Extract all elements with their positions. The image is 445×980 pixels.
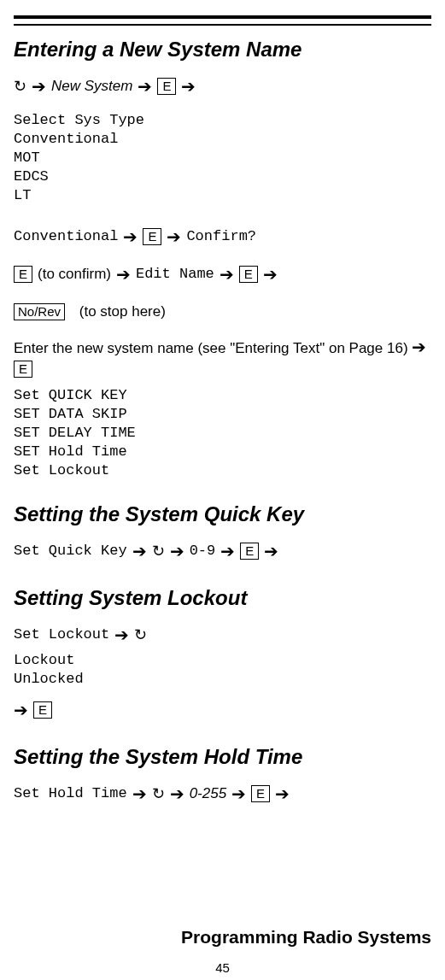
scroll-icon: ↻ — [152, 543, 165, 559]
arrow-icon: ➔ — [264, 538, 278, 564]
set-options-list: Set QUICK KEY SET DATA SKIP SET DELAY TI… — [14, 386, 431, 480]
arrow-icon: ➔ — [181, 73, 196, 99]
heading-hold-time: Setting the System Hold Time — [14, 745, 431, 769]
flow-conventional-confirm: Conventional ➔ E ➔ Confirm? — [14, 224, 431, 249]
set-option-item: Set Lockout — [14, 461, 431, 480]
arrow-icon: ➔ — [170, 781, 184, 807]
arrow-icon: ➔ — [231, 781, 246, 807]
key-e: E — [240, 543, 259, 560]
sys-type-header: Select Sys Type — [14, 111, 431, 130]
heading-quick-key: Setting the System Quick Key — [14, 502, 431, 526]
set-option-item: SET DELAY TIME — [14, 424, 431, 443]
lockout-option-item: Unlocked — [14, 670, 431, 689]
heading-entering-new-system: Entering a New System Name — [14, 38, 431, 62]
label-set-quick-key: Set Quick Key — [14, 542, 127, 560]
label-range-0-255: 0-255 — [190, 781, 226, 807]
set-option-item: Set QUICK KEY — [14, 386, 431, 405]
label-to-confirm: (to confirm) — [38, 261, 111, 287]
arrow-icon: ➔ — [14, 697, 28, 723]
scroll-icon: ↻ — [14, 79, 26, 94]
label-set-hold-time: Set Hold Time — [14, 784, 127, 803]
label-to-stop: (to stop here) — [79, 299, 166, 325]
arrow-icon: ➔ — [412, 337, 426, 357]
arrow-icon: ➔ — [167, 224, 181, 249]
page-number: 45 — [0, 960, 445, 975]
heading-system-lockout: Setting System Lockout — [14, 586, 431, 610]
flow-hold-time: Set Hold Time ➔ ↻ ➔ 0-255 ➔ E ➔ — [14, 781, 431, 807]
label-range-0-9: 0-9 — [190, 542, 216, 560]
key-e: E — [33, 701, 52, 719]
arrow-icon: ➔ — [263, 261, 278, 287]
key-e: E — [14, 266, 32, 283]
scroll-icon: ↻ — [152, 786, 165, 801]
arrow-icon: ➔ — [114, 622, 129, 648]
flow-norev-stop: No/Rev (to stop here) — [14, 299, 431, 325]
label-conventional: Conventional — [14, 227, 118, 246]
label-new-system: New System — [51, 73, 132, 99]
set-option-item: SET DATA SKIP — [14, 405, 431, 424]
label-confirm: Confirm? — [186, 227, 256, 246]
lockout-option-item: Lockout — [14, 651, 431, 670]
flow-quick-key: Set Quick Key ➔ ↻ ➔ 0-9 ➔ E ➔ — [14, 538, 431, 564]
flow-new-system: ↻ ➔ New System ➔ E ➔ — [14, 73, 431, 99]
arrow-icon: ➔ — [116, 261, 131, 287]
sys-type-item: Conventional — [14, 130, 431, 149]
key-e: E — [157, 78, 176, 95]
arrow-icon: ➔ — [132, 538, 147, 564]
label-edit-name: Edit Name — [136, 265, 214, 284]
key-e: E — [239, 266, 258, 283]
key-no-rev: No/Rev — [14, 303, 65, 320]
flow-set-lockout: Set Lockout ➔ ↻ — [14, 622, 431, 648]
sys-type-item: LT — [14, 186, 431, 205]
arrow-icon: ➔ — [170, 538, 184, 564]
label-set-lockout: Set Lockout — [14, 625, 109, 644]
arrow-icon: ➔ — [220, 538, 235, 564]
sys-type-item: EDCS — [14, 167, 431, 186]
arrow-icon: ➔ — [275, 781, 290, 807]
arrow-icon: ➔ — [123, 224, 138, 249]
lockout-options-list: Lockout Unlocked — [14, 651, 431, 689]
footer-title: Programming Radio Systems — [14, 927, 431, 948]
sys-type-item: MOT — [14, 149, 431, 167]
set-option-item: SET Hold Time — [14, 443, 431, 461]
arrow-icon: ➔ — [132, 781, 147, 807]
sys-type-list: Select Sys Type Conventional MOT EDCS LT — [14, 111, 431, 205]
arrow-icon: ➔ — [138, 73, 152, 99]
arrow-icon: ➔ — [32, 73, 46, 99]
enter-name-instruction: Enter the new system name (see "Entering… — [14, 337, 431, 379]
key-e: E — [14, 361, 32, 378]
arrow-icon: ➔ — [220, 261, 234, 287]
top-rule-thin — [14, 24, 431, 26]
flow-confirm-edit-name: E (to confirm) ➔ Edit Name ➔ E ➔ — [14, 261, 431, 287]
enter-name-text: Enter the new system name (see "Entering… — [14, 340, 408, 356]
key-e: E — [251, 785, 270, 802]
key-e: E — [143, 228, 161, 245]
scroll-icon: ↻ — [134, 627, 147, 643]
flow-lockout-end: ➔ E — [14, 697, 431, 723]
top-rule-thick — [14, 15, 431, 19]
